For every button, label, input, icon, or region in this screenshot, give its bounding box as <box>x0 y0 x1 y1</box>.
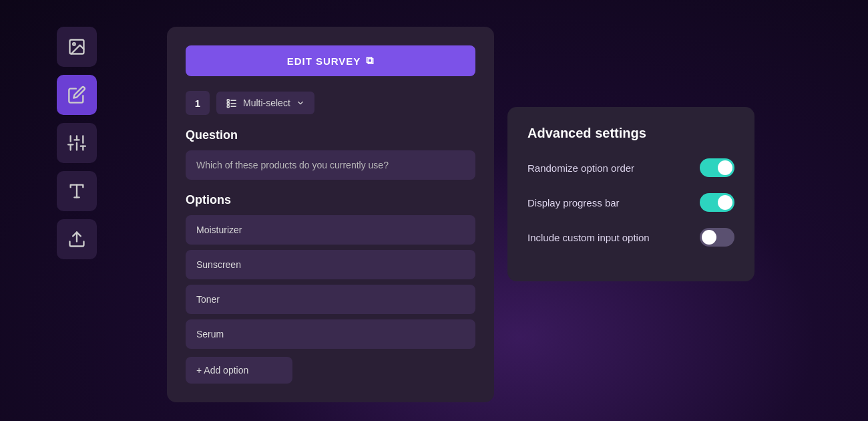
edit-survey-label: EDIT SURVEY <box>287 55 361 67</box>
chevron-down-icon <box>296 98 305 108</box>
sidebar-item-image[interactable] <box>57 27 97 67</box>
option-item[interactable]: Serum <box>186 319 475 349</box>
progress-toggle[interactable] <box>700 193 734 212</box>
sidebar-item-edit[interactable] <box>57 75 97 115</box>
image-icon <box>67 37 86 56</box>
setting-custom-input-label: Include custom input option <box>527 232 650 243</box>
options-list: Moisturizer Sunscreen Toner Serum <box>186 215 475 349</box>
setting-progress: Display progress bar <box>527 193 734 212</box>
question-label: Question <box>186 128 475 142</box>
sidebar <box>0 0 154 421</box>
svg-rect-14 <box>227 100 229 102</box>
option-item[interactable]: Moisturizer <box>186 215 475 245</box>
sidebar-item-sliders[interactable] <box>57 123 97 163</box>
option-item[interactable]: Sunscreen <box>186 250 475 279</box>
option-item[interactable]: Toner <box>186 285 475 314</box>
setting-randomize-label: Randomize option order <box>527 162 634 174</box>
question-type-label: Multi-select <box>243 98 290 108</box>
toggle-thumb <box>702 230 716 245</box>
main-content: EDIT SURVEY ⧉ 1 Multi-select Que <box>154 0 868 421</box>
setting-custom-input: Include custom input option <box>527 228 734 247</box>
sidebar-item-text[interactable] <box>57 171 97 211</box>
advanced-settings-title: Advanced settings <box>527 126 734 141</box>
add-option-button[interactable]: + Add option <box>186 357 292 384</box>
svg-point-1 <box>73 43 75 45</box>
setting-randomize: Randomize option order <box>527 158 734 177</box>
multiselect-icon <box>226 97 238 109</box>
edit-survey-button[interactable]: EDIT SURVEY ⧉ <box>186 45 475 76</box>
randomize-toggle[interactable] <box>700 158 734 177</box>
survey-panel: EDIT SURVEY ⧉ 1 Multi-select Que <box>167 27 494 402</box>
toggle-thumb <box>718 160 732 175</box>
advanced-settings-panel: Advanced settings Randomize option order… <box>507 107 754 281</box>
add-option-label: + Add option <box>196 365 248 376</box>
edit-icon <box>67 86 86 104</box>
question-input[interactable] <box>186 150 475 180</box>
custom-input-toggle[interactable] <box>700 228 734 247</box>
upload-icon <box>67 230 86 249</box>
question-type-selector[interactable]: Multi-select <box>216 92 314 114</box>
question-number: 1 <box>186 91 210 115</box>
text-icon <box>67 182 86 200</box>
sidebar-item-upload[interactable] <box>57 219 97 259</box>
options-label: Options <box>186 193 475 207</box>
setting-progress-label: Display progress bar <box>527 197 620 208</box>
question-controls: 1 Multi-select <box>186 91 475 115</box>
svg-rect-16 <box>227 106 229 108</box>
toggle-thumb <box>718 195 732 210</box>
external-link-icon: ⧉ <box>366 55 374 67</box>
sliders-icon <box>67 134 86 152</box>
svg-rect-15 <box>227 102 229 104</box>
